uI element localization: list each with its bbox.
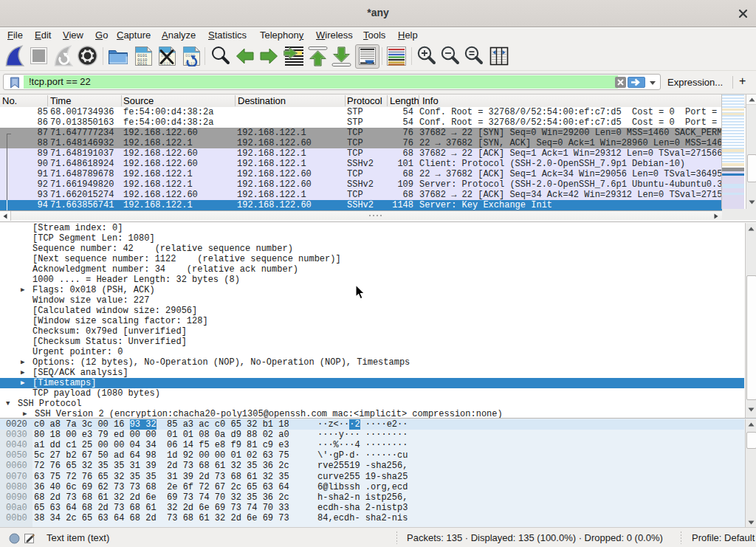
svg-text:0011: 0011 xyxy=(137,61,148,66)
